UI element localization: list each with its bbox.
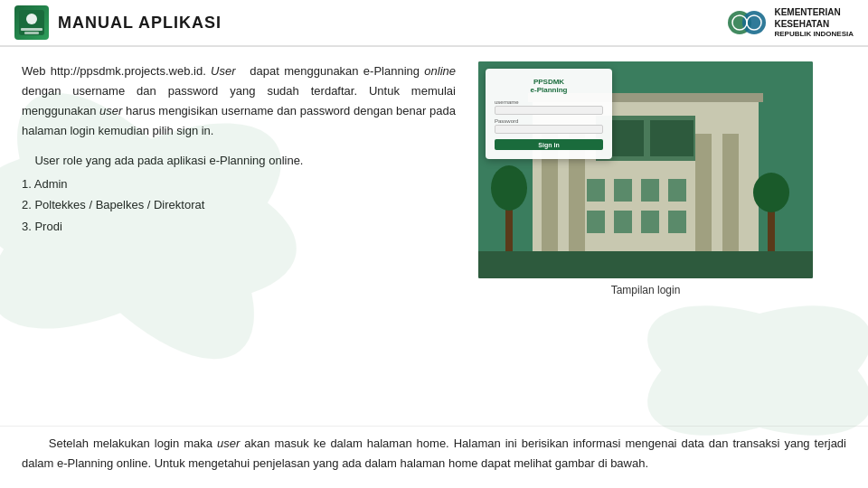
svg-rect-23 — [614, 179, 632, 202]
svg-rect-21 — [650, 120, 693, 156]
password-input[interactable] — [495, 125, 603, 134]
svg-rect-24 — [641, 179, 659, 202]
username-input[interactable] — [495, 106, 603, 115]
svg-rect-25 — [668, 179, 686, 202]
login-screenshot: PPSDMKe-Planning username Password Sign … — [478, 61, 813, 278]
svg-rect-27 — [614, 211, 632, 233]
login-modal: PPSDMKe-Planning username Password Sign … — [486, 69, 612, 159]
svg-point-35 — [753, 173, 789, 212]
svg-point-33 — [491, 165, 527, 211]
svg-rect-28 — [641, 211, 659, 233]
username-label: username — [495, 99, 603, 105]
svg-point-4 — [630, 279, 868, 462]
username-field: username — [495, 99, 603, 115]
sign-in-label: Sign in — [538, 142, 559, 148]
svg-rect-26 — [587, 211, 605, 233]
sign-in-button[interactable]: Sign in — [495, 139, 603, 150]
password-field: Password — [495, 118, 603, 134]
login-modal-title: PPSDMKe-Planning — [495, 78, 603, 94]
svg-rect-29 — [668, 211, 686, 233]
password-label: Password — [495, 118, 603, 124]
svg-rect-22 — [587, 179, 605, 202]
svg-rect-31 — [478, 251, 813, 278]
